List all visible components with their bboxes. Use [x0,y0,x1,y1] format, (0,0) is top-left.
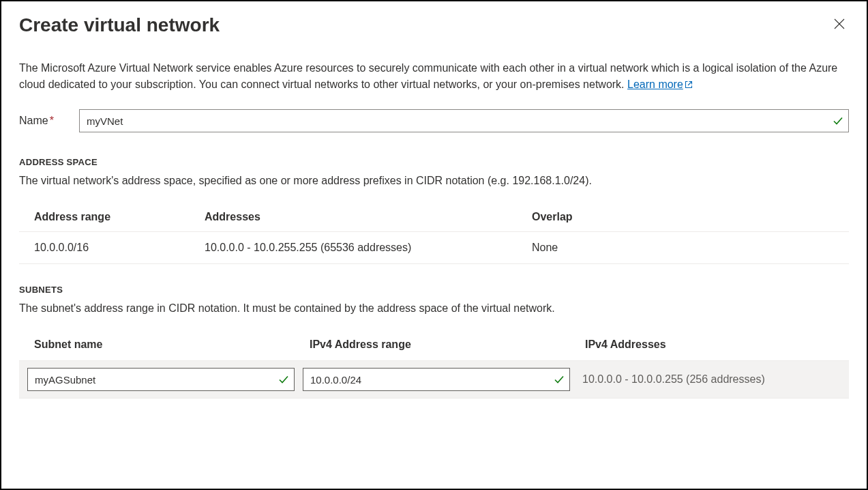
close-button[interactable] [830,15,849,34]
check-icon [554,374,565,385]
address-space-section: ADDRESS SPACE The virtual network's addr… [19,157,849,264]
subnet-name-input-wrap [27,368,295,391]
name-input[interactable] [79,109,849,132]
subnet-range-input[interactable] [303,368,570,391]
close-icon [834,18,845,31]
table-header-row: Subnet name IPv4 Address range IPv4 Addr… [19,332,849,360]
svg-line-2 [688,82,692,86]
col-ipv4-range: IPv4 Address range [310,338,585,351]
col-subnet-name: Subnet name [34,338,310,351]
col-overlap: Overlap [517,204,849,232]
external-link-icon [685,77,693,94]
cell-address-range: 10.0.0.0/16 [19,232,190,264]
col-ipv4-addresses: IPv4 Addresses [585,338,839,351]
name-label: Name* [19,115,79,127]
address-space-table: Address range Addresses Overlap 10.0.0.0… [19,204,849,264]
table-header-row: Address range Addresses Overlap [19,204,849,232]
subnets-section: SUBNETS The subnet's address range in CI… [19,285,849,399]
panel-header: Create virtual network [19,14,849,60]
intro-body: The Microsoft Azure Virtual Network serv… [19,62,837,91]
page-title: Create virtual network [19,14,220,37]
table-row: 10.0.0.0 - 10.0.0.255 (256 addresses) [19,360,849,399]
check-icon [833,115,843,126]
table-row: 10.0.0.0/16 10.0.0.0 - 10.0.255.255 (655… [19,232,849,264]
subnet-name-input[interactable] [27,368,295,391]
subnet-addresses-text: 10.0.0.0 - 10.0.0.255 (256 addresses) [578,373,841,386]
subnet-range-input-wrap [303,368,570,391]
create-vnet-panel: Create virtual network The Microsoft Azu… [0,0,868,490]
name-field-row: Name* [19,109,849,132]
col-addresses: Addresses [190,204,517,232]
address-space-description: The virtual network's address space, spe… [19,173,849,189]
check-icon [278,374,289,385]
learn-more-link[interactable]: Learn more [627,78,693,90]
subnets-heading: SUBNETS [19,285,849,295]
intro-text: The Microsoft Azure Virtual Network serv… [19,60,849,95]
cell-addresses: 10.0.0.0 - 10.0.255.255 (65536 addresses… [190,232,517,264]
col-address-range: Address range [19,204,190,232]
subnets-description: The subnet's address range in CIDR notat… [19,300,849,317]
cell-overlap: None [517,232,849,264]
subnets-table: Subnet name IPv4 Address range IPv4 Addr… [19,332,849,399]
required-asterisk: * [50,115,54,126]
address-space-heading: ADDRESS SPACE [19,157,849,167]
name-input-wrap [79,109,849,132]
